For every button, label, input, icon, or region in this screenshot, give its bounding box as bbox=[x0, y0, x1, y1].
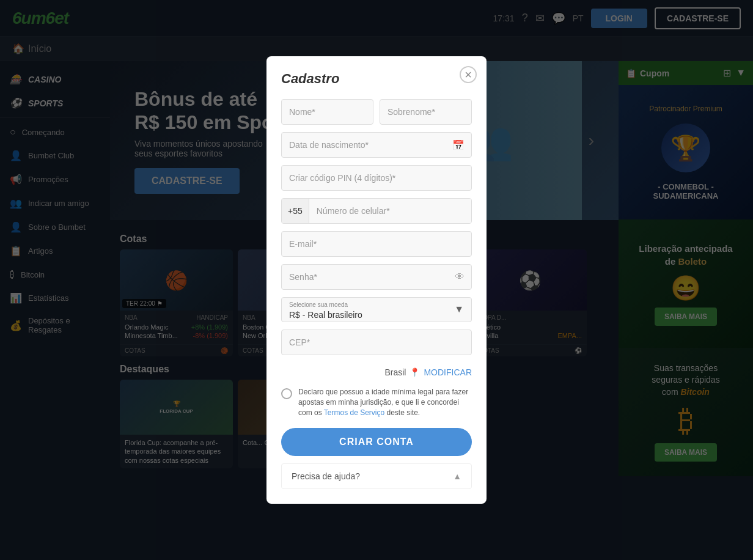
country-label: Brasil bbox=[384, 367, 406, 377]
pin-field bbox=[281, 165, 472, 191]
eye-icon[interactable]: 👁 bbox=[455, 271, 465, 282]
phone-prefix: +55 bbox=[282, 199, 309, 223]
criar-conta-button[interactable]: CRIAR CONTA bbox=[281, 428, 472, 456]
modal-overlay: Cadastro × 📅 +55 bbox=[0, 0, 753, 560]
help-label: Precisa de ajuda? bbox=[292, 471, 360, 481]
data-nascimento-input[interactable] bbox=[281, 132, 472, 158]
phone-row: +55 bbox=[281, 198, 472, 224]
moeda-row: Selecione sua moeda R$ - Real brasileiro… bbox=[281, 297, 472, 322]
data-nascimento-field: 📅 bbox=[281, 132, 472, 158]
phone-input[interactable] bbox=[309, 199, 471, 223]
nome-field bbox=[281, 99, 373, 125]
help-arrow-icon: ▲ bbox=[453, 471, 461, 481]
senha-input[interactable] bbox=[281, 264, 472, 290]
sobrenome-field bbox=[380, 99, 472, 125]
pin-input[interactable] bbox=[281, 165, 472, 191]
location-pin-icon: 📍 bbox=[410, 367, 420, 377]
terms-text: Declaro que possuo a idade mínima legal … bbox=[298, 387, 472, 418]
cep-field bbox=[281, 330, 472, 363]
name-row bbox=[281, 99, 472, 125]
sobrenome-input[interactable] bbox=[380, 99, 472, 125]
moeda-label: Selecione sua moeda bbox=[289, 301, 464, 308]
terms-row: Declaro que possuo a idade mínima legal … bbox=[281, 387, 472, 418]
nome-input[interactable] bbox=[281, 99, 373, 125]
modify-link[interactable]: MODIFICAR bbox=[424, 367, 472, 377]
modal-title: Cadastro bbox=[281, 71, 472, 87]
terms-link[interactable]: Termos de Serviço bbox=[324, 408, 384, 417]
modal-close-button[interactable]: × bbox=[460, 66, 477, 83]
help-section[interactable]: Precisa de ajuda? ▲ bbox=[281, 463, 472, 489]
location-row: Brasil 📍 MODIFICAR bbox=[281, 367, 472, 377]
registration-modal: Cadastro × 📅 +55 bbox=[266, 56, 487, 503]
senha-field: 👁 bbox=[281, 264, 472, 290]
calendar-icon: 📅 bbox=[452, 139, 465, 151]
terms-checkbox[interactable] bbox=[281, 388, 292, 399]
email-field bbox=[281, 231, 472, 257]
cep-input[interactable] bbox=[281, 330, 472, 355]
email-input[interactable] bbox=[281, 231, 472, 257]
moeda-value: R$ - Real brasileiro bbox=[289, 310, 362, 320]
